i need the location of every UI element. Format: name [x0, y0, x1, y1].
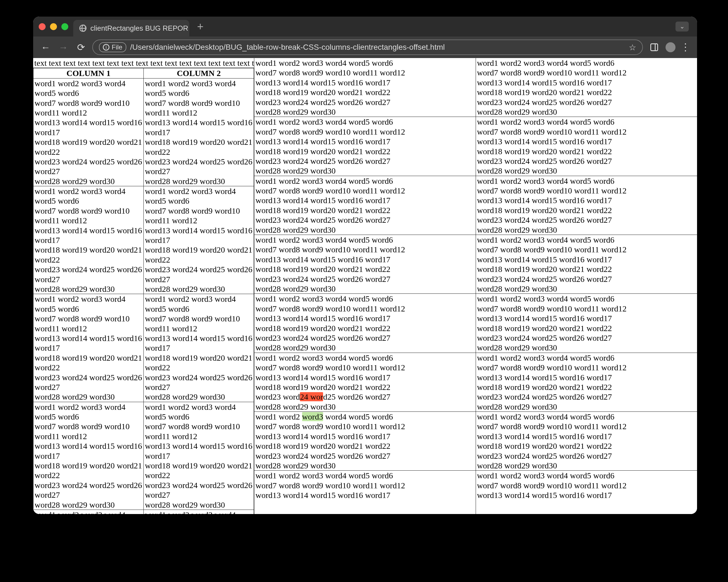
browser-window: clientRectangles BUG REPOR × + ⌄ ← → ⟳ i…: [33, 17, 697, 514]
table-cell: word1 word2 word3 word4 word5 word6word7…: [144, 294, 254, 402]
table-cell: word1 word2 word3 word4 word5 word6word7…: [33, 294, 144, 402]
cell-text: word1 word2 word3 word4 word5 word6word7…: [34, 294, 142, 401]
url-text: /Users/danielweck/Desktop/BUG_table-row-…: [130, 43, 445, 52]
table-cell: word1 word2 word3 word4 word5 word6word7…: [144, 510, 254, 514]
bookmark-star-icon[interactable]: ☆: [629, 43, 636, 52]
tab-title: clientRectangles BUG REPOR: [90, 24, 188, 33]
top-text: text text text text text text text text …: [33, 58, 254, 68]
cell-text: word1 word2 word3 word4 word5 word6word7…: [255, 353, 474, 412]
close-window-button[interactable]: [39, 23, 46, 30]
cell-text: word1 word2 word3 word4 word5 word6word7…: [145, 294, 253, 401]
main-table: COLUMN 1 COLUMN 2 word1 word2 word3 word…: [33, 68, 254, 514]
app-menu-button[interactable]: ⋮: [680, 42, 691, 53]
list-item: word1 word2 word3 word4 word5 word6word7…: [254, 235, 475, 294]
table-cell: word1 word2 word3 word4 word5 word6word7…: [33, 510, 144, 514]
cell-text: word1 word2 word3 word4 word5 word6word7…: [34, 186, 142, 294]
list-item: word1 word2 word3 word4 word5 word6word7…: [254, 117, 475, 176]
table-cell: word1 word2 word3 word4 word5 word6word7…: [33, 402, 144, 510]
list-item: word1 word2 word3 word4 word5 word6word7…: [476, 294, 697, 353]
right-column: word1 word2 word3 word4 word5 word6word7…: [476, 58, 697, 514]
page-content: text text text text text text text text …: [33, 58, 697, 514]
cell-text: word1 word2 word3 word4 word5 word6word7…: [477, 117, 696, 176]
list-item: word1 word2 word3 word4 word5 word6word7…: [254, 176, 475, 235]
minimize-window-button[interactable]: [50, 23, 57, 30]
cell-text: word1 word2 word3 word4 word5 word6word7…: [145, 402, 253, 510]
side-panel-button[interactable]: [648, 41, 660, 54]
table-cell: word1 word2 word3 word4 word5 word6word7…: [144, 402, 254, 510]
cell-text: word1 word2 word3 word4 word5 word6word7…: [255, 412, 474, 470]
cell-text: word1 word2 word3 word4 word5 word6word7…: [34, 510, 142, 514]
left-column-pair: text text text text text text text text …: [33, 58, 254, 514]
table-cell: word1 word2 word3 word4 word5 word6word7…: [33, 186, 144, 294]
list-item: word1 word2 word3 word4 word5 word6word7…: [254, 58, 475, 117]
globe-icon: [79, 25, 86, 32]
column-header-2: COLUMN 2: [144, 68, 254, 78]
cell-text: word1 word2 word3 word4 word5 word6word7…: [477, 412, 696, 470]
cell-text: word1 word2 word3 word4 word5 word6word7…: [145, 186, 253, 294]
table-row: word1 word2 word3 word4 word5 word6word7…: [33, 294, 254, 402]
profile-avatar[interactable]: [666, 42, 675, 52]
cell-text: word1 word2 word3 word4 word5 word6word7…: [477, 58, 696, 116]
list-item: word1 word2 word3 word4 word5 word6word7…: [476, 176, 697, 235]
table-cell: word1 word2 word3 word4 word5 word6word7…: [33, 78, 144, 186]
address-bar[interactable]: i File /Users/danielweck/Desktop/BUG_tab…: [92, 39, 643, 55]
table-row: word1 word2 word3 word4 word5 word6word7…: [33, 510, 254, 514]
cell-text: word1 word2 word3 word4 word5 word6word7…: [477, 176, 696, 235]
list-item: word1 word2 word3 word4 word5 word6word7…: [254, 353, 475, 412]
table-cell: word1 word2 word3 word4 word5 word6word7…: [144, 186, 254, 294]
table-row: word1 word2 word3 word4 word5 word6word7…: [33, 78, 254, 186]
list-item: word1 word2 word3 word4 word5 word6word7…: [254, 412, 475, 471]
cell-text: word1 word2 word3 word4 word5 word6word7…: [477, 471, 696, 500]
table-cell: word1 word2 word3 word4 word5 word6word7…: [144, 78, 254, 186]
list-item: word1 word2 word3 word4 word5 word6word7…: [476, 58, 697, 117]
column-header-1: COLUMN 1: [33, 68, 144, 78]
table-row: word1 word2 word3 word4 word5 word6word7…: [33, 402, 254, 510]
cell-text: word1 word2 word3 word4 word5 word6word7…: [255, 471, 474, 500]
cell-text: word1 word2 word3 word4 word5 word6word7…: [145, 510, 253, 514]
url-scheme-label: File: [112, 44, 123, 51]
cell-text: word1 word2 word3 word4 word5 word6word7…: [34, 78, 142, 186]
list-item: word1 word2 word3 word4 word5 word6word7…: [476, 412, 697, 471]
list-item: word1 word2 word3 word4 word5 word6word7…: [476, 471, 697, 500]
window-controls: [39, 23, 68, 30]
tab-overflow-button[interactable]: ⌄: [675, 22, 689, 31]
reload-button[interactable]: ⟳: [75, 41, 87, 54]
cell-text: word1 word2 word3 word4 word5 word6word7…: [34, 402, 142, 510]
middle-column: word1 word2 word3 word4 word5 word6word7…: [254, 58, 476, 514]
panel-icon: [650, 44, 658, 51]
url-scheme-pill: i File: [99, 42, 126, 52]
zoom-window-button[interactable]: [61, 23, 68, 30]
new-tab-button[interactable]: +: [194, 21, 206, 32]
cell-text: word1 word2 word3 word4 word5 word6word7…: [255, 58, 474, 116]
info-icon: i: [103, 44, 109, 51]
cell-text: word1 word2 word3 word4 word5 word6word7…: [145, 78, 253, 186]
list-item: word1 word2 word3 word4 word5 word6word7…: [476, 117, 697, 176]
list-item: word1 word2 word3 word4 word5 word6word7…: [254, 471, 475, 500]
list-item: word1 word2 word3 word4 word5 word6word7…: [254, 294, 475, 353]
left-column: text text text text text text text text …: [33, 58, 254, 514]
toolbar: ← → ⟳ i File /Users/danielweck/Desktop/B…: [33, 36, 697, 58]
cell-text: word1 word2 word3 word4 word5 word6word7…: [255, 294, 474, 352]
back-button[interactable]: ←: [39, 41, 52, 54]
browser-tab[interactable]: clientRectangles BUG REPOR ×: [73, 20, 189, 36]
cell-text: word1 word2 word3 word4 word5 word6word7…: [477, 294, 696, 352]
cell-text: word1 word2 word3 word4 word5 word6word7…: [477, 235, 696, 293]
cell-text: word1 word2 word3 word4 word5 word6word7…: [477, 353, 696, 412]
cell-text: word1 word2 word3 word4 word5 word6word7…: [255, 117, 474, 176]
list-item: word1 word2 word3 word4 word5 word6word7…: [476, 235, 697, 294]
forward-button[interactable]: →: [57, 41, 70, 54]
list-item: word1 word2 word3 word4 word5 word6word7…: [476, 353, 697, 412]
cell-text: word1 word2 word3 word4 word5 word6word7…: [255, 176, 474, 235]
cell-text: word1 word2 word3 word4 word5 word6word7…: [255, 235, 474, 293]
tabstrip: clientRectangles BUG REPOR × + ⌄: [33, 17, 697, 36]
table-row: word1 word2 word3 word4 word5 word6word7…: [33, 186, 254, 294]
